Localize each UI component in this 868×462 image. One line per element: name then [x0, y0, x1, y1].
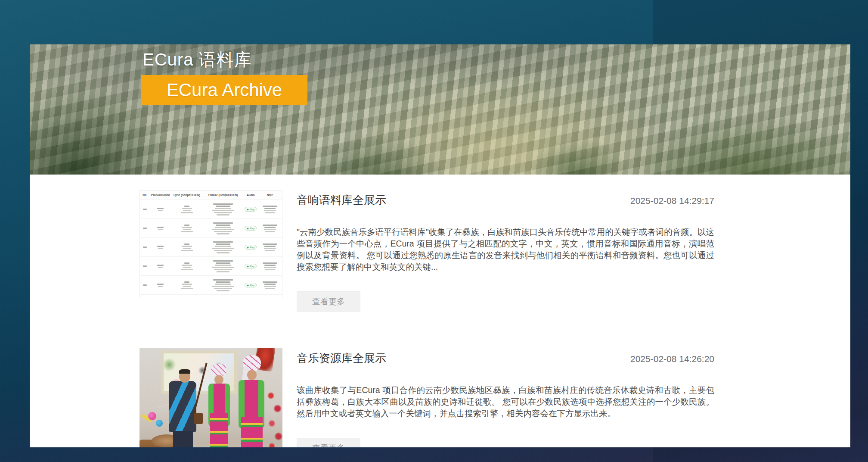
- table-cell-text-smudge: [202, 259, 244, 273]
- table-cell-text-smudge: [150, 264, 171, 269]
- article-divider: [140, 332, 714, 332]
- table-cell-text-smudge: [258, 205, 282, 214]
- table-cell-text-smudge: [140, 246, 150, 249]
- play-icon[interactable]: ▶ Play: [245, 245, 257, 250]
- article-title-link[interactable]: 音响语料库全展示: [297, 193, 386, 208]
- play-audio-pill: ▶ Play: [244, 245, 258, 250]
- play-audio-pill: ▶ Play: [244, 283, 258, 287]
- table-cell-text-smudge: [202, 278, 244, 292]
- site-title[interactable]: ECura 语料库: [143, 48, 252, 72]
- article-text-column: 音乐资源库全展示 2025-02-08 14:26:20 该曲库收集了与ECur…: [297, 348, 714, 447]
- article-row-audio-corpus: No. Pronunciation Lyric (Script/CH/EN) P…: [140, 190, 714, 312]
- table-cell-text-smudge: [150, 245, 171, 250]
- article-text-column: 音响语料库全展示 2025-02-08 14:29:17 "云南少数民族音乐多语…: [297, 190, 714, 312]
- header-banner-terraces-photo: ECura 语料库 ECura Archive: [30, 44, 850, 175]
- play-audio-pill: ▶ Play: [244, 226, 258, 231]
- play-icon[interactable]: ▶ Play: [245, 283, 257, 287]
- col-header-audio: Audio: [244, 190, 258, 200]
- article-title-row: 音乐资源库全展示 2025-02-08 14:26:20: [297, 351, 714, 366]
- article-thumbnail-column: [140, 348, 282, 447]
- blue-pompom: [156, 420, 163, 427]
- play-icon[interactable]: ▶ Play: [245, 207, 257, 212]
- read-more-button[interactable]: 查看更多: [297, 291, 360, 312]
- man-figure-legs: [173, 431, 193, 447]
- play-audio-pill: ▶ Play: [244, 207, 258, 212]
- table-cell-text-smudge: [171, 262, 203, 271]
- corpus-table-row: ▶ Play: [140, 219, 282, 238]
- musicians-photo-thumbnail[interactable]: [140, 348, 282, 447]
- table-cell-text-smudge: [171, 281, 203, 290]
- play-audio-pill: ▶ Play: [244, 264, 258, 268]
- col-header-pronunciation: Pronunciation: [150, 190, 171, 200]
- table-cell-text-smudge: [140, 227, 150, 230]
- red-flowers: [265, 388, 282, 447]
- table-cell-text-smudge: [140, 284, 150, 287]
- article-thumbnail-column: No. Pronunciation Lyric (Script/CH/EN) P…: [140, 190, 282, 298]
- man-figure-body: [169, 381, 196, 432]
- table-cell-text-smudge: [202, 240, 244, 254]
- col-header-phrase: Phrase (Script/CH/EN): [202, 190, 244, 200]
- corpus-table-row: ▶ Play: [140, 276, 282, 295]
- pink-pompom: [148, 412, 156, 420]
- table-cell-text-smudge: [171, 224, 203, 233]
- play-icon[interactable]: ▶ Play: [245, 226, 257, 231]
- table-cell-text-smudge: [171, 243, 203, 252]
- article-list: No. Pronunciation Lyric (Script/CH/EN) P…: [30, 175, 714, 447]
- table-cell-text-smudge: [150, 226, 171, 231]
- article-row-music-library: 音乐资源库全展示 2025-02-08 14:26:20 该曲库收集了与ECur…: [140, 348, 714, 447]
- main-content-card: ECura 语料库 ECura Archive No. Pronunciatio…: [30, 44, 850, 447]
- erhu-instrument-body: [194, 413, 203, 424]
- table-cell-text-smudge: [150, 207, 171, 212]
- article-title-link[interactable]: 音乐资源库全展示: [297, 351, 386, 366]
- table-cell-text-smudge: [140, 208, 150, 211]
- play-icon[interactable]: ▶ Play: [245, 264, 257, 268]
- article-title-row: 音响语料库全展示 2025-02-08 14:29:17: [297, 193, 714, 208]
- article-excerpt: "云南少数民族音乐多语平行语料库"收集了在彝族，白族和苗族口头音乐传统中常用的关…: [297, 226, 714, 273]
- table-cell-text-smudge: [150, 283, 171, 288]
- read-more-button[interactable]: 查看更多: [297, 438, 360, 447]
- col-header-lyric: Lyric (Script/CH/EN): [171, 190, 203, 200]
- corpus-table-rows: ▶ Play▶ Play▶ Play▶ Play▶ Play: [140, 200, 282, 295]
- corpus-table-row: ▶ Play: [140, 200, 282, 219]
- table-cell-text-smudge: [258, 281, 282, 290]
- woman2-face: [247, 370, 257, 380]
- table-cell-text-smudge: [202, 203, 244, 216]
- article-date: 2025-02-08 14:26:20: [630, 354, 714, 364]
- table-cell-text-smudge: [202, 222, 244, 235]
- corpus-table-thumbnail[interactable]: No. Pronunciation Lyric (Script/CH/EN) P…: [140, 190, 282, 298]
- table-cell-text-smudge: [171, 205, 203, 214]
- table-cell-text-smudge: [140, 265, 150, 268]
- article-excerpt: 该曲库收集了与ECura 项目合作的云南少数民族地区彝族，白族和苗族村庄的传统音…: [297, 384, 714, 419]
- corpus-table-row: ▶ Play: [140, 238, 282, 257]
- woman1-apron: [210, 413, 228, 447]
- col-header-no: No.: [140, 190, 150, 200]
- archive-button[interactable]: ECura Archive: [141, 75, 307, 105]
- man-figure-hair: [179, 369, 190, 374]
- col-header-note: Note: [258, 190, 282, 200]
- table-cell-text-smudge: [258, 224, 282, 233]
- article-date: 2025-02-08 14:29:17: [630, 196, 714, 206]
- woman1-face: [214, 375, 223, 384]
- table-cell-text-smudge: [258, 243, 282, 252]
- table-cell-text-smudge: [258, 262, 282, 271]
- woman2-apron: [241, 417, 263, 447]
- corpus-table-row: ▶ Play: [140, 257, 282, 276]
- corpus-table-header: No. Pronunciation Lyric (Script/CH/EN) P…: [140, 190, 282, 200]
